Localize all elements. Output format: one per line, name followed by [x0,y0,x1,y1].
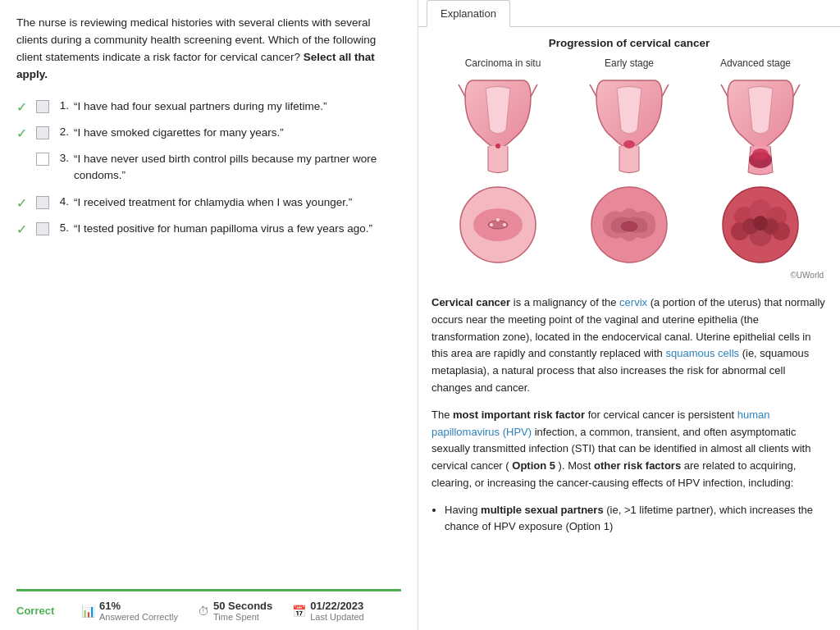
uterus-early [566,72,692,179]
option5-bold: Option 5 [512,459,555,472]
label-advanced: Advanced stage [692,57,819,69]
option-text-4: “I received treatment for chlamydia when… [74,194,401,211]
list-item: ✓ 5. “I tested positive for human papill… [16,221,401,237]
svg-point-8 [503,223,506,226]
list-item: ✓ 2. “I have smoked cigarettes for many … [16,125,401,141]
option-number-2: 2. [54,126,69,138]
svg-point-1 [623,140,635,148]
check-icon-2: ✓ [16,126,31,141]
date-stat: 📅 01/22/2023 Last Updated [292,600,363,622]
option-number-4: 4. [54,195,69,208]
checkbox-5[interactable] [36,222,49,235]
explanation-paragraph-1: Cervical cancer is a malignancy of the c… [431,294,827,397]
cervix-early-stage [566,184,692,266]
option-text-1: “I have had four sexual partners during … [74,98,401,115]
time-stat: ⏱ 50 Seconds Time Spent [198,600,272,622]
explanation-content[interactable]: Progression of cervical cancer Carcinoma… [418,27,840,630]
explanation-paragraph-2: The most important risk factor for cervi… [431,407,827,492]
options-list: ✓ 1. “I have had four sexual partners du… [16,98,401,248]
checkbox-1[interactable] [36,100,49,113]
diagram-labels: Carcinoma in situ Early stage Advanced s… [431,57,827,69]
checkbox-3[interactable] [36,153,49,166]
copyright-text: ©UWorld [431,271,827,280]
calendar-icon: 📅 [292,605,306,618]
option-text-2: “I have smoked cigarettes for many years… [74,125,401,141]
uterus-diagrams-row [431,72,827,179]
svg-point-0 [495,144,500,148]
option-number-3: 3. [54,152,69,164]
uterus-carcinoma [435,72,561,179]
uterus-advanced [697,72,824,179]
clock-icon: ⏱ [198,605,209,618]
multiple-partners-bold: multiple sexual partners [481,504,604,516]
answered-label: Answered Correctly [99,612,178,622]
list-item: ✓ 4. “I received treatment for chlamydia… [16,194,401,211]
svg-point-9 [496,218,500,221]
status-bar: Correct 📊 61% Answered Correctly ⏱ 50 Se… [16,589,401,622]
most-important-bold: most important risk factor [453,409,585,421]
cervix-advanced-stage [697,184,824,266]
squamous-cells-link[interactable]: squamous cells [665,347,739,359]
tab-bar: Explanation [418,0,840,27]
other-risk-bold: other risk factors [594,459,681,472]
svg-point-7 [490,223,493,226]
result-label: Correct [16,605,62,617]
list-item: Having multiple sexual partners (ie, >1 … [445,502,827,535]
answered-stat: 📊 61% Answered Correctly [81,600,178,622]
last-updated: 01/22/2023 [310,600,363,612]
chart-icon: 📊 [81,605,95,618]
option-text-3: “I have never used birth control pills b… [74,151,401,185]
list-item: ✓ 3. “I have never used birth control pi… [16,151,401,185]
checkbox-2[interactable] [36,126,49,139]
checkbox-4[interactable] [36,196,49,209]
last-updated-label: Last Updated [310,612,363,622]
svg-point-21 [753,216,768,231]
explanation-text: Cervical cancer is a malignancy of the c… [431,294,827,535]
diagram-title: Progression of cervical cancer [431,37,827,49]
list-item: ✓ 1. “I have had four sexual partners du… [16,98,401,115]
cervix-normal [435,184,561,266]
tab-explanation[interactable]: Explanation [427,0,510,27]
time-label: Time Spent [213,612,272,622]
cervix-link[interactable]: cervix [619,296,647,308]
left-panel: The nurse is reviewing medical histories… [0,0,418,630]
diagram-container: Carcinoma in situ Early stage Advanced s… [431,57,827,288]
check-icon-5: ✓ [16,221,31,237]
cervical-cancer-bold: Cervical cancer [431,296,510,308]
svg-point-3 [752,148,769,160]
option-number-5: 5. [54,221,69,234]
time-spent: 50 Seconds [213,600,272,612]
check-icon-3: ✓ [16,152,31,167]
check-icon-4: ✓ [16,195,31,211]
option-text-5: “I tested positive for human papilloma v… [74,221,401,237]
cervix-diagrams-row [431,184,827,266]
right-panel: Explanation Progression of cervical canc… [418,0,840,630]
question-text: The nurse is reviewing medical histories… [16,15,401,84]
svg-point-11 [621,221,637,231]
answered-pct: 61% [99,600,121,612]
risk-factors-list: Having multiple sexual partners (ie, >1 … [445,502,827,535]
check-icon-1: ✓ [16,99,31,115]
option-number-1: 1. [54,99,69,112]
label-carcinoma: Carcinoma in situ [440,57,566,69]
label-early: Early stage [566,57,692,69]
